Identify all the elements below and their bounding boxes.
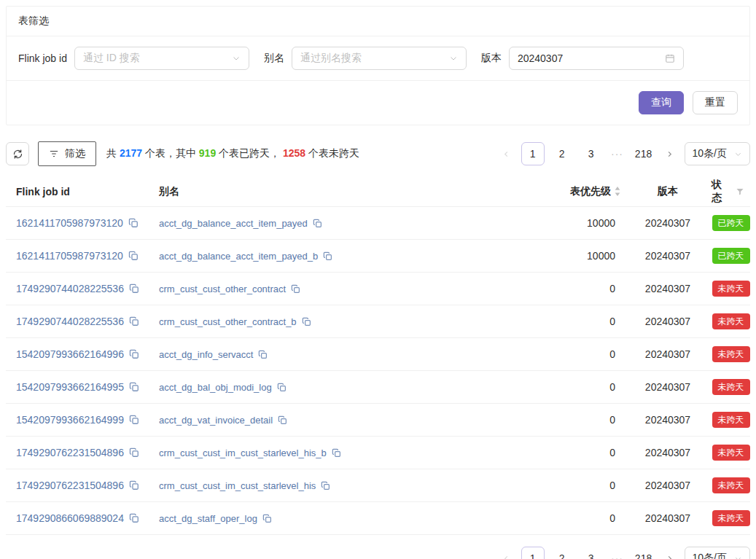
copy-icon[interactable] [129,382,139,392]
page-size-select[interactable]: 10条/页 [685,142,750,165]
alias-cell: crm_cust_cust_im_cust_starlevel_his_b [149,447,443,458]
copy-icon[interactable] [277,383,287,392]
copy-icon[interactable] [258,350,268,359]
alias-link[interactable]: acct_dg_vat_invoice_detail [159,415,273,426]
reset-button[interactable]: 重置 [693,91,738,114]
pagination-prev[interactable] [498,547,515,559]
alias-link[interactable]: crm_cust_cust_im_cust_starlevel_his_b [159,447,327,458]
alias-link[interactable]: acct_dg_staff_oper_log [159,513,257,524]
alias-link[interactable]: acct_dg_bal_obj_modi_log [159,382,272,393]
pagination-page-1[interactable]: 1 [521,547,545,559]
copy-icon[interactable] [129,284,139,294]
priority-value: 10000 [443,217,624,229]
page-size-select[interactable]: 10条/页 [685,547,750,559]
pagination-next[interactable] [661,142,679,165]
flink-job-id-cell: 1749290866069889024 [6,512,149,524]
table-row: 1621411705987973120 acct_dg_balance_acct… [6,240,750,273]
copy-icon[interactable] [128,251,139,261]
copy-icon[interactable] [302,317,311,327]
flink-job-id-link[interactable]: 1749290762231504896 [16,447,124,458]
copy-icon[interactable] [332,448,341,458]
chevron-down-icon [449,54,458,63]
flink-job-id-cell: 1621411705987973120 [6,250,149,262]
filter-funnel-icon[interactable] [736,187,744,196]
sort-icon[interactable] [614,186,621,197]
version-date-picker[interactable]: 20240307 [509,47,684,70]
flink-job-id-link[interactable]: 1542097993662164999 [16,414,124,426]
refresh-icon [12,149,23,160]
version-value: 20240307 [624,217,712,229]
table-header: Flink job id 别名 表优先级 版本 状态 [6,176,750,207]
pagination-page-2[interactable]: 2 [550,142,574,165]
status-badge: 未跨天 [712,379,750,395]
priority-value: 0 [443,316,624,327]
version-value: 20240307 [624,414,712,426]
alias-select[interactable]: 通过别名搜索 [292,47,467,70]
copy-icon[interactable] [129,316,139,327]
copy-icon[interactable] [323,251,332,261]
pagination-page-3[interactable]: 3 [580,547,603,559]
pagination-page-2[interactable]: 2 [550,547,574,559]
column-header-status: 状态 [712,179,750,205]
pagination-ellipsis[interactable]: ··· [609,148,626,160]
flink-job-id-link[interactable]: 1542097993662164996 [16,348,124,360]
copy-icon[interactable] [129,415,139,425]
pagination-ellipsis[interactable]: ··· [609,552,626,559]
status-header-label: 状态 [712,179,731,205]
alias-link[interactable]: crm_cust_cust_other_contract_b [159,316,297,327]
flink-job-id-link[interactable]: 1749290866069889024 [16,512,124,524]
pagination-page-218[interactable]: 218 [632,547,655,559]
alias-placeholder: 通过别名搜索 [300,52,362,65]
alias-link[interactable]: acct_dg_info_servacct [159,349,253,360]
pagination-page-218[interactable]: 218 [632,142,655,165]
copy-icon[interactable] [313,219,322,228]
column-header-flink-job-id: Flink job id [6,186,149,198]
alias-link[interactable]: acct_dg_balance_acct_item_payed [159,218,308,229]
flink-job-id-link[interactable]: 1542097993662164995 [16,381,124,393]
version-value: 20240307 [624,283,712,294]
alias-cell: crm_cust_cust_other_contract [149,284,443,294]
flink-job-id-link[interactable]: 1621411705987973120 [16,250,123,262]
query-button[interactable]: 查询 [639,91,684,114]
alias-link[interactable]: crm_cust_cust_other_contract [159,284,286,294]
total-count: 2177 [120,147,142,159]
priority-value: 0 [443,283,624,294]
table-row: 1542097993662164996 acct_dg_info_servacc… [6,338,750,371]
refresh-button[interactable] [6,142,29,165]
copy-icon[interactable] [321,481,330,490]
copy-icon[interactable] [278,415,287,425]
copy-icon[interactable] [129,480,139,490]
pagination-page-3[interactable]: 3 [580,142,603,165]
flink-job-id-link[interactable]: 1749290762231504896 [16,480,124,491]
flink-job-id-cell: 1749290762231504896 [6,447,149,458]
pagination-next[interactable] [661,547,679,559]
copy-icon[interactable] [129,349,139,359]
column-header-version: 版本 [624,185,712,198]
alias-link[interactable]: crm_cust_cust_im_cust_starlevel_his [159,480,316,491]
version-field: 版本 20240307 [481,47,684,70]
pagination-prev[interactable] [498,142,515,165]
alias-link[interactable]: acct_dg_balance_acct_item_payed_b [159,251,318,262]
toolbar: 筛选 共 2177 个表，其中 919 个表已跨天， 1258 个表未跨天 12… [6,141,750,166]
summary-mid1: 个表，其中 [142,147,199,159]
flink-job-id-link[interactable]: 1749290744028225536 [16,316,124,327]
pagination-pages: 123···218 [521,547,655,559]
copy-icon[interactable] [262,514,272,523]
pagination-page-1[interactable]: 1 [521,142,545,165]
status-badge: 未跨天 [712,313,750,329]
pagination-top: 123···218 10条/页 [498,142,750,165]
flink-job-id-link[interactable]: 1749290744028225536 [16,283,124,294]
flink-job-id-cell: 1749290744028225536 [6,283,149,294]
filter-toggle-button[interactable]: 筛选 [38,141,96,166]
pagination-bottom: 123···218 10条/页 [498,547,750,559]
copy-icon[interactable] [129,513,139,523]
flink-job-id-select[interactable]: 通过 ID 搜索 [74,47,249,70]
copy-icon[interactable] [128,218,139,228]
copy-icon[interactable] [129,447,139,458]
alias-cell: acct_dg_vat_invoice_detail [149,415,443,426]
column-header-priority[interactable]: 表优先级 [443,185,624,198]
table-row: 1542097993662164999 acct_dg_vat_invoice_… [6,404,750,437]
flink-job-id-link[interactable]: 1621411705987973120 [16,217,123,229]
copy-icon[interactable] [291,284,300,294]
version-value: 20240307 [624,250,712,262]
